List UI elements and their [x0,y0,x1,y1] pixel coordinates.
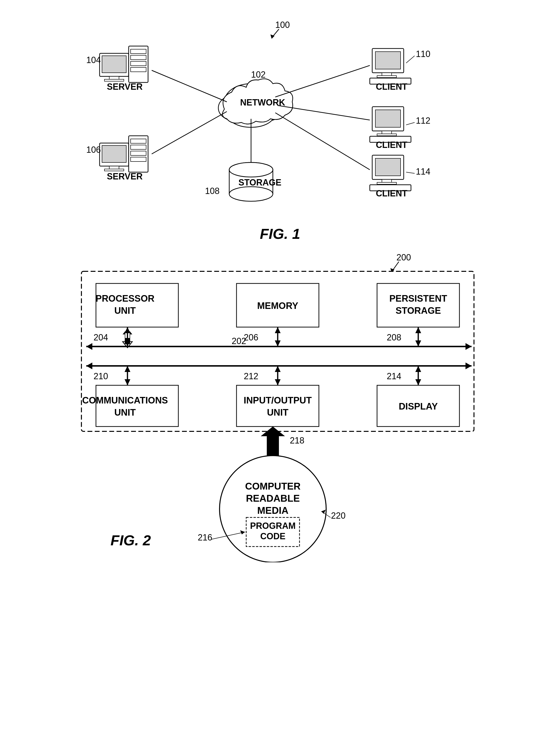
svg-text:214: 214 [387,371,401,381]
svg-text:112: 112 [416,116,430,126]
svg-rect-75 [96,283,178,327]
svg-rect-60 [377,182,396,184]
svg-text:216: 216 [198,533,212,542]
svg-rect-13 [109,76,119,79]
svg-text:CLIENT: CLIENT [376,140,407,150]
fig1-diagram: 100 NETWORK 102 104 SERVER [62,14,498,242]
svg-text:SERVER: SERVER [107,82,143,92]
fig1-label: FIG. 1 [62,225,498,242]
svg-rect-44 [377,76,396,78]
svg-rect-42 [375,52,401,69]
svg-text:UNIT: UNIT [267,407,288,417]
svg-text:PERSISTENT: PERSISTENT [389,293,447,304]
svg-text:212: 212 [244,371,258,381]
svg-rect-14 [104,79,124,81]
svg-text:UNIT: UNIT [114,407,136,417]
svg-point-37 [229,187,273,201]
svg-text:100: 100 [275,20,290,30]
svg-text:208: 208 [387,332,401,342]
svg-line-1 [273,29,279,37]
svg-text:COMMUNICATIONS: COMMUNICATIONS [82,395,168,405]
svg-line-72 [393,262,399,270]
svg-line-56 [406,123,415,125]
svg-line-66 [152,112,227,154]
svg-text:DISPLAY: DISPLAY [399,401,437,411]
svg-text:202: 202 [232,336,246,346]
svg-text:104: 104 [86,55,101,65]
svg-text:114: 114 [416,166,430,177]
svg-text:CODE: CODE [260,531,285,541]
svg-line-65 [152,70,227,102]
svg-text:218: 218 [290,435,304,446]
svg-text:204: 204 [93,332,108,342]
svg-text:INPUT/OUTPUT: INPUT/OUTPUT [244,395,312,405]
svg-text:STORAGE: STORAGE [395,306,441,316]
svg-rect-23 [102,145,126,162]
svg-text:220: 220 [331,511,345,521]
svg-text:210: 210 [93,371,108,381]
svg-rect-12 [102,56,126,73]
svg-text:SERVER: SERVER [107,172,143,181]
svg-text:106: 106 [86,145,101,155]
svg-rect-59 [382,180,392,182]
svg-text:110: 110 [416,49,430,59]
svg-rect-50 [375,110,401,127]
svg-rect-15 [129,46,148,82]
svg-text:MEMORY: MEMORY [257,301,298,311]
svg-text:FIG. 2: FIG. 2 [110,532,151,548]
fig1-svg: 100 NETWORK 102 104 SERVER [62,14,498,233]
svg-text:CLIENT: CLIENT [376,188,407,198]
svg-rect-26 [129,136,148,172]
svg-rect-58 [375,158,401,176]
svg-line-68 [275,65,370,97]
svg-text:102: 102 [251,70,265,79]
svg-text:CLIENT: CLIENT [376,82,407,92]
svg-text:UNIT: UNIT [114,306,136,316]
svg-rect-52 [377,134,396,136]
svg-text:READABLE: READABLE [246,493,300,503]
svg-text:MEDIA: MEDIA [257,505,288,516]
svg-text:108: 108 [205,186,220,196]
svg-text:PROCESSOR: PROCESSOR [95,293,154,304]
svg-rect-121 [237,385,319,426]
fig2-diagram: 200 PROCESSOR UNIT MEMORY PERSISTENT STO… [62,247,498,562]
fig2-svg: 200 PROCESSOR UNIT MEMORY PERSISTENT STO… [62,247,498,562]
svg-rect-118 [96,385,178,426]
svg-line-64 [406,172,415,174]
svg-text:STORAGE: STORAGE [238,178,281,188]
svg-line-69 [278,106,370,120]
svg-line-48 [406,56,415,63]
svg-rect-24 [109,166,119,169]
svg-rect-80 [377,283,460,327]
svg-rect-51 [382,131,392,134]
svg-line-70 [275,113,370,170]
svg-rect-25 [104,169,124,171]
svg-rect-43 [382,73,392,76]
svg-text:PROGRAM: PROGRAM [250,521,296,531]
svg-text:COMPUTER: COMPUTER [245,481,301,491]
svg-point-38 [229,162,273,177]
svg-text:200: 200 [396,252,411,262]
